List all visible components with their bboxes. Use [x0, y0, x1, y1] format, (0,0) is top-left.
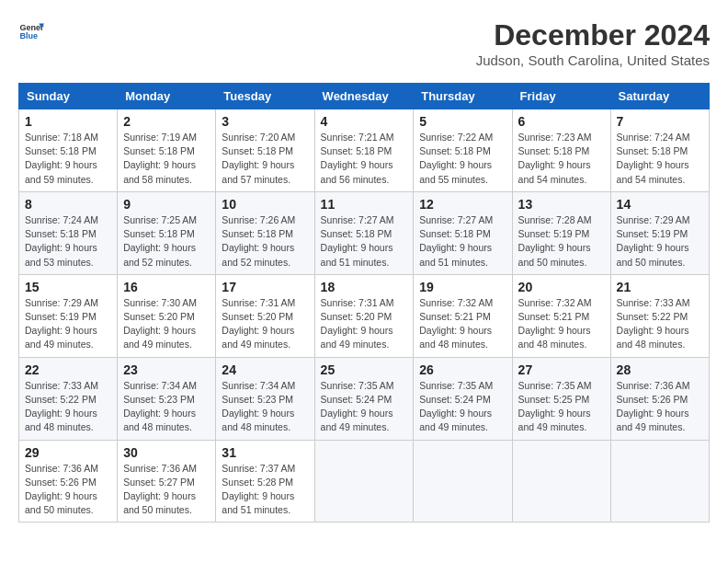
calendar-cell: 29Sunrise: 7:36 AMSunset: 5:26 PMDayligh… [19, 440, 118, 523]
day-info: Sunrise: 7:25 AMSunset: 5:18 PMDaylight:… [123, 213, 210, 270]
day-info: Sunrise: 7:21 AMSunset: 5:18 PMDaylight:… [321, 131, 408, 187]
day-info: Sunrise: 7:24 AMSunset: 5:18 PMDaylight:… [617, 131, 703, 187]
day-info: Sunrise: 7:33 AMSunset: 5:22 PMDaylight:… [617, 296, 703, 352]
calendar-cell: 18Sunrise: 7:31 AMSunset: 5:20 PMDayligh… [314, 274, 414, 357]
day-number: 20 [518, 280, 605, 294]
calendar-cell: 31Sunrise: 7:37 AMSunset: 5:28 PMDayligh… [216, 440, 314, 523]
day-info: Sunrise: 7:35 AMSunset: 5:25 PMDaylight:… [518, 379, 605, 435]
calendar-cell: 26Sunrise: 7:35 AMSunset: 5:24 PMDayligh… [414, 357, 512, 440]
day-number: 18 [321, 280, 408, 294]
day-info: Sunrise: 7:24 AMSunset: 5:18 PMDaylight:… [25, 213, 111, 270]
day-info: Sunrise: 7:36 AMSunset: 5:26 PMDaylight:… [617, 379, 703, 435]
day-number: 6 [518, 114, 605, 129]
day-number: 29 [25, 445, 111, 460]
day-number: 23 [123, 362, 210, 377]
calendar-cell: 23Sunrise: 7:34 AMSunset: 5:23 PMDayligh… [118, 357, 216, 440]
day-number: 28 [617, 362, 703, 377]
day-info: Sunrise: 7:34 AMSunset: 5:23 PMDaylight:… [123, 379, 210, 435]
day-number: 2 [123, 114, 210, 129]
weekday-header-friday: Friday [512, 84, 610, 109]
page-header: General Blue December 2024 Judson, South… [18, 18, 710, 68]
day-info: Sunrise: 7:31 AMSunset: 5:20 PMDaylight:… [222, 296, 308, 352]
calendar-week-2: 8Sunrise: 7:24 AMSunset: 5:18 PMDaylight… [19, 191, 710, 274]
day-info: Sunrise: 7:20 AMSunset: 5:18 PMDaylight:… [222, 131, 308, 187]
calendar-cell: 10Sunrise: 7:26 AMSunset: 5:18 PMDayligh… [216, 191, 314, 274]
calendar-cell: 2Sunrise: 7:19 AMSunset: 5:18 PMDaylight… [118, 109, 216, 192]
day-info: Sunrise: 7:28 AMSunset: 5:19 PMDaylight:… [518, 213, 605, 270]
day-info: Sunrise: 7:35 AMSunset: 5:24 PMDaylight:… [419, 379, 506, 435]
weekday-header-row: SundayMondayTuesdayWednesdayThursdayFrid… [19, 84, 710, 109]
calendar-cell: 1Sunrise: 7:18 AMSunset: 5:18 PMDaylight… [19, 109, 118, 192]
day-info: Sunrise: 7:23 AMSunset: 5:18 PMDaylight:… [518, 131, 605, 187]
day-info: Sunrise: 7:36 AMSunset: 5:26 PMDaylight:… [25, 462, 111, 518]
weekday-header-sunday: Sunday [19, 84, 118, 109]
day-number: 21 [617, 280, 703, 294]
day-number: 22 [25, 362, 111, 377]
day-info: Sunrise: 7:19 AMSunset: 5:18 PMDaylight:… [123, 131, 210, 187]
logo-icon: General Blue [18, 18, 44, 44]
day-number: 11 [321, 197, 408, 212]
day-number: 8 [25, 197, 111, 212]
calendar-cell: 17Sunrise: 7:31 AMSunset: 5:20 PMDayligh… [216, 274, 314, 357]
day-info: Sunrise: 7:30 AMSunset: 5:20 PMDaylight:… [123, 296, 210, 352]
day-number: 13 [518, 197, 605, 212]
weekday-header-saturday: Saturday [610, 84, 709, 109]
day-info: Sunrise: 7:33 AMSunset: 5:22 PMDaylight:… [25, 379, 111, 435]
day-info: Sunrise: 7:32 AMSunset: 5:21 PMDaylight:… [419, 296, 506, 352]
day-number: 26 [419, 362, 506, 377]
day-number: 19 [419, 280, 506, 294]
day-number: 14 [617, 197, 703, 212]
calendar-week-1: 1Sunrise: 7:18 AMSunset: 5:18 PMDaylight… [19, 109, 710, 192]
day-info: Sunrise: 7:26 AMSunset: 5:18 PMDaylight:… [222, 213, 308, 270]
day-number: 15 [25, 280, 111, 294]
calendar-cell: 16Sunrise: 7:30 AMSunset: 5:20 PMDayligh… [118, 274, 216, 357]
location: Judson, South Carolina, United States [476, 52, 710, 68]
day-number: 27 [518, 362, 605, 377]
calendar-cell: 24Sunrise: 7:34 AMSunset: 5:23 PMDayligh… [216, 357, 314, 440]
day-number: 9 [123, 197, 210, 212]
calendar-cell: 27Sunrise: 7:35 AMSunset: 5:25 PMDayligh… [512, 357, 610, 440]
calendar-cell: 21Sunrise: 7:33 AMSunset: 5:22 PMDayligh… [610, 274, 709, 357]
day-number: 12 [419, 197, 506, 212]
day-info: Sunrise: 7:32 AMSunset: 5:21 PMDaylight:… [518, 296, 605, 352]
day-number: 7 [617, 114, 703, 129]
calendar-cell: 14Sunrise: 7:29 AMSunset: 5:19 PMDayligh… [610, 191, 709, 274]
day-number: 17 [222, 280, 308, 294]
calendar-cell: 9Sunrise: 7:25 AMSunset: 5:18 PMDaylight… [118, 191, 216, 274]
day-info: Sunrise: 7:31 AMSunset: 5:20 PMDaylight:… [321, 296, 408, 352]
weekday-header-wednesday: Wednesday [314, 84, 414, 109]
calendar-week-3: 15Sunrise: 7:29 AMSunset: 5:19 PMDayligh… [19, 274, 710, 357]
calendar-cell [512, 440, 610, 523]
calendar-week-4: 22Sunrise: 7:33 AMSunset: 5:22 PMDayligh… [19, 357, 710, 440]
day-info: Sunrise: 7:27 AMSunset: 5:18 PMDaylight:… [321, 213, 408, 270]
title-block: December 2024 Judson, South Carolina, Un… [476, 18, 710, 68]
calendar-cell: 19Sunrise: 7:32 AMSunset: 5:21 PMDayligh… [414, 274, 512, 357]
calendar-cell: 3Sunrise: 7:20 AMSunset: 5:18 PMDaylight… [216, 109, 314, 192]
day-info: Sunrise: 7:29 AMSunset: 5:19 PMDaylight:… [617, 213, 703, 270]
calendar-cell: 6Sunrise: 7:23 AMSunset: 5:18 PMDaylight… [512, 109, 610, 192]
day-info: Sunrise: 7:22 AMSunset: 5:18 PMDaylight:… [419, 131, 506, 187]
calendar-cell: 13Sunrise: 7:28 AMSunset: 5:19 PMDayligh… [512, 191, 610, 274]
calendar-cell: 4Sunrise: 7:21 AMSunset: 5:18 PMDaylight… [314, 109, 414, 192]
calendar-cell: 28Sunrise: 7:36 AMSunset: 5:26 PMDayligh… [610, 357, 709, 440]
month-title: December 2024 [476, 18, 710, 52]
day-number: 5 [419, 114, 506, 129]
calendar-week-5: 29Sunrise: 7:36 AMSunset: 5:26 PMDayligh… [19, 440, 710, 523]
calendar-cell: 30Sunrise: 7:36 AMSunset: 5:27 PMDayligh… [118, 440, 216, 523]
weekday-header-monday: Monday [118, 84, 216, 109]
day-number: 10 [222, 197, 308, 212]
day-info: Sunrise: 7:18 AMSunset: 5:18 PMDaylight:… [25, 131, 111, 187]
calendar-cell: 7Sunrise: 7:24 AMSunset: 5:18 PMDaylight… [610, 109, 709, 192]
day-info: Sunrise: 7:34 AMSunset: 5:23 PMDaylight:… [222, 379, 308, 435]
calendar-cell [414, 440, 512, 523]
day-info: Sunrise: 7:37 AMSunset: 5:28 PMDaylight:… [222, 462, 308, 518]
calendar-cell: 5Sunrise: 7:22 AMSunset: 5:18 PMDaylight… [414, 109, 512, 192]
calendar-table: SundayMondayTuesdayWednesdayThursdayFrid… [18, 83, 710, 523]
day-number: 16 [123, 280, 210, 294]
day-number: 3 [222, 114, 308, 129]
day-info: Sunrise: 7:27 AMSunset: 5:18 PMDaylight:… [419, 213, 506, 270]
calendar-cell: 20Sunrise: 7:32 AMSunset: 5:21 PMDayligh… [512, 274, 610, 357]
day-number: 1 [25, 114, 111, 129]
calendar-cell: 11Sunrise: 7:27 AMSunset: 5:18 PMDayligh… [314, 191, 414, 274]
logo: General Blue [18, 18, 44, 44]
